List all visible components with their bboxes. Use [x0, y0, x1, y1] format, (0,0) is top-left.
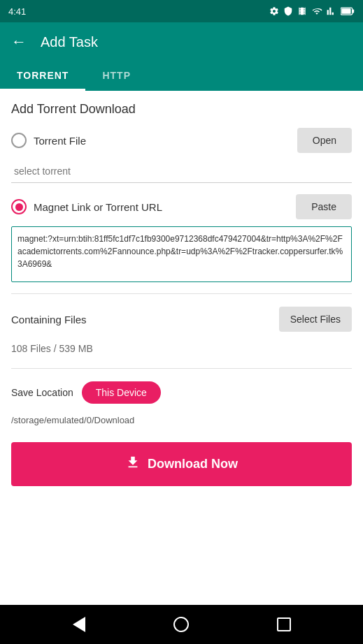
- settings-icon: [269, 6, 279, 16]
- download-svg: [125, 455, 141, 470]
- select-torrent-input[interactable]: [11, 160, 352, 183]
- torrent-file-label: Torrent File: [34, 135, 86, 147]
- select-files-button[interactable]: Select Files: [279, 307, 352, 332]
- magnet-url-display: magnet:?xt=urn:btih:81ff5fc1df7c1fb9300e…: [11, 226, 352, 282]
- storage-path: /storage/emulated/0/Download: [11, 411, 352, 437]
- nav-home-button[interactable]: [167, 610, 195, 638]
- svg-rect-2: [341, 8, 350, 14]
- download-icon: [125, 455, 141, 474]
- status-bar: 4:41: [0, 0, 363, 22]
- divider-2: [11, 368, 352, 369]
- tab-torrent[interactable]: TORRENT: [0, 61, 85, 89]
- save-location-row: Save Location This Device: [11, 374, 352, 411]
- torrent-file-radio[interactable]: [11, 133, 27, 148]
- magnet-option-row: Magnet Link or Torrent URL Paste: [11, 194, 352, 219]
- app-bar: ← Add Task: [0, 22, 363, 61]
- tabs-container: TORRENT HTTP: [0, 61, 363, 91]
- main-content: Add Torrent Download Torrent File Open M…: [0, 91, 363, 605]
- save-location-label: Save Location: [11, 387, 73, 398]
- containing-files-row: Containing Files Select Files: [11, 300, 352, 339]
- nav-recents-button[interactable]: [270, 610, 298, 638]
- nav-home-icon: [173, 617, 189, 632]
- nav-back-icon: [73, 617, 85, 632]
- torrent-file-row: Torrent File Open: [11, 128, 352, 153]
- magnet-label: Magnet Link or Torrent URL: [34, 201, 162, 213]
- paste-button[interactable]: Paste: [296, 194, 352, 219]
- signal-icon: [327, 6, 336, 16]
- shield-icon: [283, 6, 293, 16]
- torrent-file-option[interactable]: Torrent File: [11, 133, 86, 148]
- section-title: Add Torrent Download: [11, 102, 352, 117]
- files-info: 108 Files / 539 MB: [11, 339, 352, 363]
- magnet-radio-inner: [15, 203, 23, 211]
- bottom-nav: [0, 605, 363, 644]
- status-icons: [269, 6, 355, 16]
- download-now-button[interactable]: Download Now: [11, 442, 352, 486]
- containing-files-label: Containing Files: [11, 314, 87, 325]
- divider-1: [11, 293, 352, 294]
- app-bar-title: Add Task: [41, 34, 98, 50]
- tab-http[interactable]: HTTP: [85, 61, 148, 89]
- media-icon: [297, 6, 307, 16]
- status-time: 4:41: [8, 6, 26, 17]
- open-button[interactable]: Open: [297, 128, 352, 153]
- wifi-icon: [311, 6, 322, 16]
- download-now-label: Download Now: [148, 457, 238, 471]
- magnet-option[interactable]: Magnet Link or Torrent URL: [11, 199, 162, 214]
- nav-back-button[interactable]: [65, 610, 93, 638]
- battery-icon: [341, 7, 355, 15]
- back-button[interactable]: ←: [11, 33, 27, 51]
- svg-rect-1: [353, 10, 355, 13]
- nav-recents-icon: [277, 617, 291, 631]
- magnet-radio[interactable]: [11, 199, 27, 214]
- this-device-button[interactable]: This Device: [82, 381, 161, 404]
